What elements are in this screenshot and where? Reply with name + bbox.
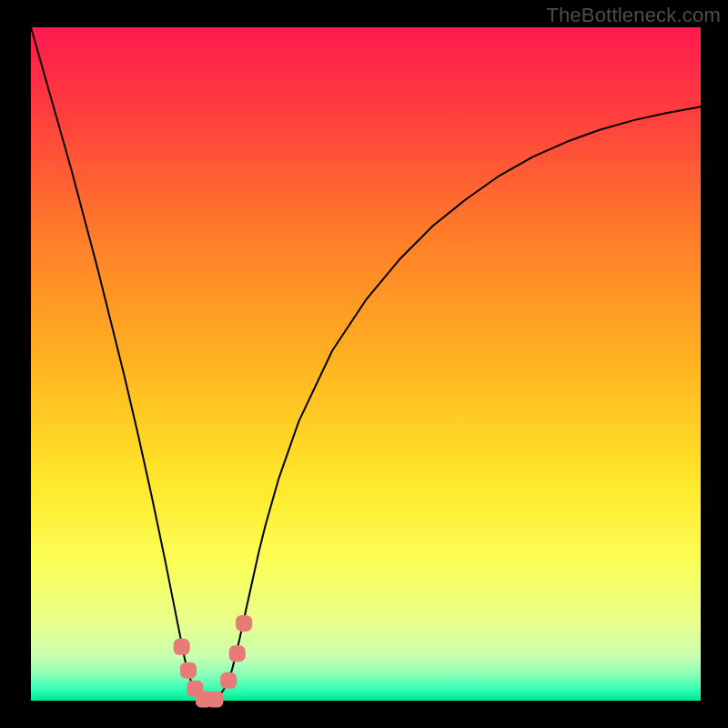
marker-dot: [229, 645, 246, 662]
marker-dot: [236, 615, 252, 632]
marker-dot: [174, 639, 190, 655]
marker-dot: [180, 662, 197, 679]
plot-background: [31, 27, 701, 701]
bottleneck-chart: [0, 0, 728, 728]
chart-frame: TheBottleneck.com: [0, 0, 728, 728]
watermark-text: TheBottleneck.com: [546, 4, 721, 27]
marker-dot: [207, 692, 223, 708]
marker-dot: [220, 672, 237, 689]
